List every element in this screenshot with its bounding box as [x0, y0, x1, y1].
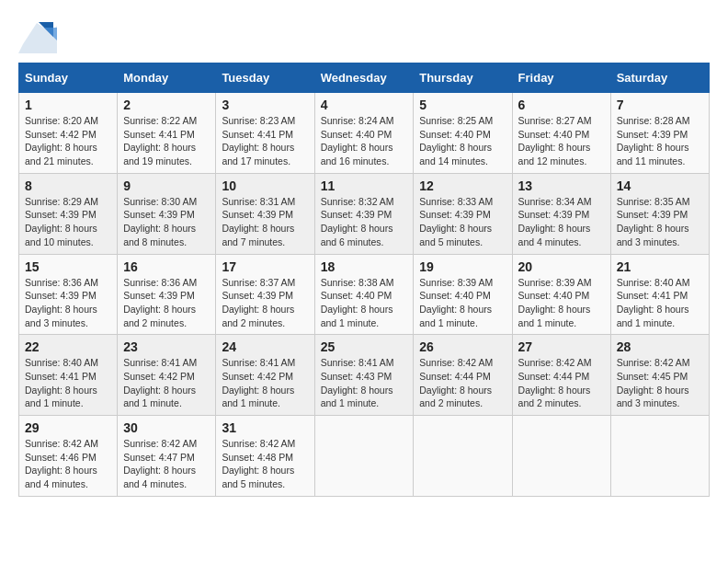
col-monday: Monday: [118, 63, 216, 93]
day-number: 30: [123, 420, 210, 435]
day-info: Sunrise: 8:31 AM Sunset: 4:39 PM Dayligh…: [222, 195, 308, 249]
col-tuesday: Tuesday: [216, 63, 314, 93]
day-number: 15: [25, 259, 111, 274]
calendar-cell: 9 Sunrise: 8:30 AM Sunset: 4:39 PM Dayli…: [118, 173, 216, 254]
calendar-cell: 20 Sunrise: 8:39 AM Sunset: 4:40 PM Dayl…: [512, 254, 610, 335]
col-wednesday: Wednesday: [314, 63, 414, 93]
col-sunday: Sunday: [19, 63, 118, 93]
day-number: 26: [419, 339, 506, 354]
calendar-cell: 24 Sunrise: 8:41 AM Sunset: 4:42 PM Dayl…: [216, 335, 314, 416]
day-info: Sunrise: 8:24 AM Sunset: 4:40 PM Dayligh…: [321, 114, 408, 168]
day-info: Sunrise: 8:39 AM Sunset: 4:40 PM Dayligh…: [419, 276, 506, 330]
day-info: Sunrise: 8:36 AM Sunset: 4:39 PM Dayligh…: [25, 276, 111, 330]
calendar-cell: 22 Sunrise: 8:40 AM Sunset: 4:41 PM Dayl…: [19, 335, 118, 416]
calendar-cell: [610, 416, 709, 497]
day-number: 8: [25, 178, 111, 193]
calendar-cell: 12 Sunrise: 8:33 AM Sunset: 4:39 PM Dayl…: [414, 173, 512, 254]
day-number: 5: [419, 98, 506, 112]
logo: [18, 18, 61, 53]
calendar-cell: 28 Sunrise: 8:42 AM Sunset: 4:45 PM Dayl…: [610, 335, 709, 416]
day-info: Sunrise: 8:42 AM Sunset: 4:46 PM Dayligh…: [25, 437, 111, 491]
page-header: [18, 18, 710, 53]
day-number: 6: [518, 98, 605, 112]
day-number: 23: [123, 339, 210, 354]
calendar-cell: 27 Sunrise: 8:42 AM Sunset: 4:44 PM Dayl…: [512, 335, 610, 416]
day-info: Sunrise: 8:23 AM Sunset: 4:41 PM Dayligh…: [222, 114, 308, 168]
day-info: Sunrise: 8:42 AM Sunset: 4:44 PM Dayligh…: [518, 356, 605, 410]
calendar-cell: 17 Sunrise: 8:37 AM Sunset: 4:39 PM Dayl…: [216, 254, 314, 335]
day-number: 22: [25, 339, 111, 354]
day-number: 4: [321, 98, 408, 112]
day-number: 1: [25, 98, 111, 112]
day-number: 24: [222, 339, 308, 354]
calendar-cell: 4 Sunrise: 8:24 AM Sunset: 4:40 PM Dayli…: [314, 93, 414, 174]
day-info: Sunrise: 8:42 AM Sunset: 4:47 PM Dayligh…: [123, 437, 210, 491]
day-info: Sunrise: 8:25 AM Sunset: 4:40 PM Dayligh…: [419, 114, 506, 168]
day-info: Sunrise: 8:34 AM Sunset: 4:39 PM Dayligh…: [518, 195, 605, 249]
calendar-cell: 15 Sunrise: 8:36 AM Sunset: 4:39 PM Dayl…: [19, 254, 118, 335]
day-number: 2: [123, 98, 210, 112]
calendar-cell: 21 Sunrise: 8:40 AM Sunset: 4:41 PM Dayl…: [610, 254, 709, 335]
day-info: Sunrise: 8:27 AM Sunset: 4:40 PM Dayligh…: [518, 114, 605, 168]
day-info: Sunrise: 8:41 AM Sunset: 4:42 PM Dayligh…: [123, 356, 210, 410]
day-number: 13: [518, 178, 605, 193]
day-info: Sunrise: 8:37 AM Sunset: 4:39 PM Dayligh…: [222, 276, 308, 330]
day-info: Sunrise: 8:41 AM Sunset: 4:42 PM Dayligh…: [222, 356, 308, 410]
day-number: 28: [617, 339, 703, 354]
day-number: 27: [518, 339, 605, 354]
day-number: 11: [321, 178, 408, 193]
day-number: 12: [419, 178, 506, 193]
day-info: Sunrise: 8:29 AM Sunset: 4:39 PM Dayligh…: [25, 195, 111, 249]
day-info: Sunrise: 8:42 AM Sunset: 4:44 PM Dayligh…: [419, 356, 506, 410]
calendar-cell: 14 Sunrise: 8:35 AM Sunset: 4:39 PM Dayl…: [610, 173, 709, 254]
week-row-2: 8 Sunrise: 8:29 AM Sunset: 4:39 PM Dayli…: [19, 173, 710, 254]
calendar-cell: 10 Sunrise: 8:31 AM Sunset: 4:39 PM Dayl…: [216, 173, 314, 254]
day-number: 19: [419, 259, 506, 274]
week-row-5: 29 Sunrise: 8:42 AM Sunset: 4:46 PM Dayl…: [19, 416, 710, 497]
day-number: 17: [222, 259, 308, 274]
day-number: 31: [222, 420, 308, 435]
calendar-cell: 26 Sunrise: 8:42 AM Sunset: 4:44 PM Dayl…: [414, 335, 512, 416]
calendar-cell: 8 Sunrise: 8:29 AM Sunset: 4:39 PM Dayli…: [19, 173, 118, 254]
day-info: Sunrise: 8:40 AM Sunset: 4:41 PM Dayligh…: [617, 276, 703, 330]
week-row-1: 1 Sunrise: 8:20 AM Sunset: 4:42 PM Dayli…: [19, 93, 710, 174]
calendar-cell: 11 Sunrise: 8:32 AM Sunset: 4:39 PM Dayl…: [314, 173, 414, 254]
calendar-cell: 2 Sunrise: 8:22 AM Sunset: 4:41 PM Dayli…: [118, 93, 216, 174]
day-number: 18: [321, 259, 408, 274]
calendar-cell: 7 Sunrise: 8:28 AM Sunset: 4:39 PM Dayli…: [610, 93, 709, 174]
day-number: 20: [518, 259, 605, 274]
calendar-cell: 30 Sunrise: 8:42 AM Sunset: 4:47 PM Dayl…: [118, 416, 216, 497]
day-number: 9: [123, 178, 210, 193]
day-number: 10: [222, 178, 308, 193]
calendar-cell: 25 Sunrise: 8:41 AM Sunset: 4:43 PM Dayl…: [314, 335, 414, 416]
calendar-cell: 19 Sunrise: 8:39 AM Sunset: 4:40 PM Dayl…: [414, 254, 512, 335]
day-info: Sunrise: 8:40 AM Sunset: 4:41 PM Dayligh…: [25, 356, 111, 410]
day-info: Sunrise: 8:39 AM Sunset: 4:40 PM Dayligh…: [518, 276, 605, 330]
col-friday: Friday: [512, 63, 610, 93]
day-info: Sunrise: 8:36 AM Sunset: 4:39 PM Dayligh…: [123, 276, 210, 330]
calendar-cell: [512, 416, 610, 497]
day-info: Sunrise: 8:42 AM Sunset: 4:48 PM Dayligh…: [222, 437, 308, 491]
day-number: 3: [222, 98, 308, 112]
day-number: 21: [617, 259, 703, 274]
calendar-cell: 6 Sunrise: 8:27 AM Sunset: 4:40 PM Dayli…: [512, 93, 610, 174]
week-row-4: 22 Sunrise: 8:40 AM Sunset: 4:41 PM Dayl…: [19, 335, 710, 416]
logo-icon: [18, 18, 57, 53]
calendar-cell: 18 Sunrise: 8:38 AM Sunset: 4:40 PM Dayl…: [314, 254, 414, 335]
day-info: Sunrise: 8:38 AM Sunset: 4:40 PM Dayligh…: [321, 276, 408, 330]
day-info: Sunrise: 8:28 AM Sunset: 4:39 PM Dayligh…: [617, 114, 703, 168]
day-info: Sunrise: 8:41 AM Sunset: 4:43 PM Dayligh…: [321, 356, 408, 410]
day-info: Sunrise: 8:32 AM Sunset: 4:39 PM Dayligh…: [321, 195, 408, 249]
calendar-cell: 23 Sunrise: 8:41 AM Sunset: 4:42 PM Dayl…: [118, 335, 216, 416]
calendar-cell: 13 Sunrise: 8:34 AM Sunset: 4:39 PM Dayl…: [512, 173, 610, 254]
col-thursday: Thursday: [414, 63, 512, 93]
day-info: Sunrise: 8:33 AM Sunset: 4:39 PM Dayligh…: [419, 195, 506, 249]
calendar-cell: [414, 416, 512, 497]
calendar-cell: 31 Sunrise: 8:42 AM Sunset: 4:48 PM Dayl…: [216, 416, 314, 497]
calendar-cell: 1 Sunrise: 8:20 AM Sunset: 4:42 PM Dayli…: [19, 93, 118, 174]
day-number: 29: [25, 420, 111, 435]
day-number: 7: [617, 98, 703, 112]
calendar-cell: 16 Sunrise: 8:36 AM Sunset: 4:39 PM Dayl…: [118, 254, 216, 335]
day-info: Sunrise: 8:22 AM Sunset: 4:41 PM Dayligh…: [123, 114, 210, 168]
day-number: 16: [123, 259, 210, 274]
